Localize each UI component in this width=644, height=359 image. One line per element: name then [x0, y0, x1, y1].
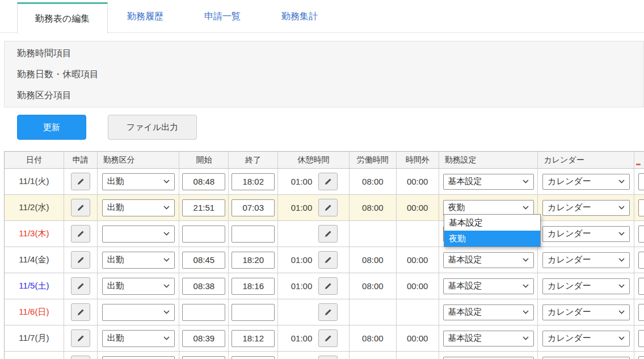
end-time-input[interactable]	[231, 199, 275, 216]
work-setting-cell: 基本設定	[439, 247, 538, 273]
work-type-select[interactable]	[102, 356, 175, 359]
end-time-input[interactable]	[231, 278, 275, 295]
edit-break-button[interactable]	[318, 277, 338, 295]
tab-timesheet-edit[interactable]: 勤務表の編集	[17, 2, 108, 34]
update-button[interactable]: 更新	[17, 115, 86, 140]
accordion-item-work-category[interactable]: 勤務区分項目	[5, 85, 643, 106]
edit-request-button[interactable]	[71, 173, 90, 190]
clipped-input[interactable]	[638, 252, 644, 269]
work-type-select[interactable]: 出勤	[102, 173, 175, 190]
clipped-input[interactable]	[638, 330, 644, 347]
date-cell: 11/1(火)	[5, 169, 64, 194]
request-cell	[64, 247, 98, 273]
start-time-input[interactable]	[182, 278, 225, 295]
clipped-input[interactable]	[638, 226, 644, 243]
work-type-select[interactable]: 出勤	[102, 278, 175, 295]
tab-work-summary[interactable]: 勤務集計	[281, 11, 318, 23]
work-type-select[interactable]	[102, 304, 175, 321]
calendar-select[interactable]: カレンダー	[542, 226, 630, 242]
calendar-select[interactable]: カレンダー	[542, 174, 630, 190]
start-time-input[interactable]	[182, 226, 225, 243]
edit-request-button[interactable]	[71, 329, 90, 347]
clipped-input[interactable]	[638, 278, 644, 295]
start-time-input[interactable]	[182, 252, 225, 269]
dropdown-option-night-shift[interactable]: 夜勤	[444, 231, 540, 247]
tab-work-history[interactable]: 勤務履歴	[127, 11, 163, 23]
work-setting-select[interactable]: 基本設定	[443, 304, 534, 320]
accordion-item-work-days[interactable]: 勤務日数・休暇項目	[5, 64, 643, 85]
work-setting-value: 基本設定	[448, 307, 482, 318]
edit-request-button[interactable]	[71, 356, 90, 359]
accordion-item-work-time[interactable]: 勤務時間項目	[5, 43, 643, 64]
clipped-input[interactable]	[638, 356, 644, 359]
calendar-select[interactable]: カレンダー	[542, 200, 630, 216]
end-time-input[interactable]	[231, 226, 275, 243]
calendar-select[interactable]	[542, 357, 630, 359]
file-export-button[interactable]: ファイル出力	[108, 115, 197, 140]
work-type-value: 出勤	[107, 281, 124, 291]
start-time-input[interactable]	[182, 304, 225, 321]
date-cell: 11/4(金)	[5, 247, 64, 273]
tab-links: 勤務履歴 申請一覧 勤務集計	[127, 0, 318, 33]
edit-request-button[interactable]	[71, 225, 90, 243]
date-cell	[5, 352, 64, 359]
work-type-value: 出勤	[107, 176, 124, 187]
work-type-select[interactable]: 出勤	[102, 252, 175, 269]
work-setting-cell: 基本設定	[439, 273, 538, 299]
edit-break-button[interactable]	[318, 303, 338, 321]
start-time-input[interactable]	[182, 199, 225, 216]
edit-request-button[interactable]	[71, 199, 90, 216]
work-type-select[interactable]	[102, 226, 175, 243]
end-time-input[interactable]	[231, 330, 275, 347]
end-time-input[interactable]	[231, 356, 275, 359]
work-setting-select[interactable]: 基本設定	[443, 331, 534, 347]
calendar-select[interactable]: カレンダー	[542, 331, 630, 347]
work-setting-select[interactable]	[443, 357, 534, 359]
work-hours-cell: 08:00	[350, 273, 397, 299]
calendar-value: カレンダー	[548, 228, 591, 239]
edit-request-button[interactable]	[71, 251, 90, 269]
clipped-input[interactable]	[638, 173, 644, 190]
start-time-input[interactable]	[182, 330, 225, 347]
clipped-cell	[634, 195, 644, 220]
edit-break-button[interactable]	[318, 199, 338, 216]
tab-bar: 勤務表の編集 勤務履歴 申請一覧 勤務集計	[0, 0, 644, 33]
work-type-select[interactable]: 出勤	[102, 330, 175, 347]
dropdown-option-basic[interactable]: 基本設定	[444, 215, 540, 231]
calendar-select[interactable]: カレンダー	[542, 304, 630, 320]
edit-request-button[interactable]	[71, 277, 90, 295]
start-time-input[interactable]	[182, 173, 225, 190]
start-time-input[interactable]	[182, 356, 225, 359]
edit-request-button[interactable]	[71, 303, 90, 321]
work-setting-select[interactable]: 基本設定	[443, 174, 534, 190]
end-time-input[interactable]	[231, 173, 275, 190]
work-setting-select-open[interactable]: 夜勤	[443, 200, 534, 216]
calendar-select[interactable]: カレンダー	[542, 278, 630, 294]
edit-break-button[interactable]	[318, 225, 338, 243]
header-work-hours: 労働時間	[350, 152, 397, 168]
calendar-select[interactable]: カレンダー	[542, 252, 630, 268]
table-row: 11/1(火) 出勤 01:00 08:00 00:00 基本設定 カレンダー	[5, 169, 644, 195]
end-time-input[interactable]	[231, 304, 275, 321]
overtime-cell: 00:00	[397, 273, 439, 299]
end-time-input[interactable]	[231, 252, 275, 269]
work-type-value: 出勤	[107, 254, 124, 265]
edit-break-button[interactable]	[318, 356, 338, 359]
clipped-input[interactable]	[638, 199, 644, 216]
clipped-cell	[634, 299, 644, 325]
edit-break-button[interactable]	[318, 173, 338, 190]
work-setting-select[interactable]: 基本設定	[443, 278, 534, 294]
pencil-icon	[323, 282, 332, 291]
calendar-value: カレンダー	[548, 307, 591, 318]
work-type-select[interactable]: 出勤	[102, 199, 175, 216]
work-setting-value: 夜勤	[448, 202, 465, 213]
edit-break-button[interactable]	[318, 251, 338, 269]
edit-break-button[interactable]	[318, 329, 338, 347]
tab-request-list[interactable]: 申請一覧	[204, 11, 241, 23]
work-hours-cell: 08:00	[350, 247, 397, 273]
work-setting-select[interactable]: 基本設定	[443, 252, 534, 268]
end-cell	[229, 247, 278, 273]
header-work-setting: 勤務設定	[439, 152, 538, 168]
work-type-cell: 出勤	[98, 273, 180, 299]
clipped-input[interactable]	[638, 304, 644, 321]
